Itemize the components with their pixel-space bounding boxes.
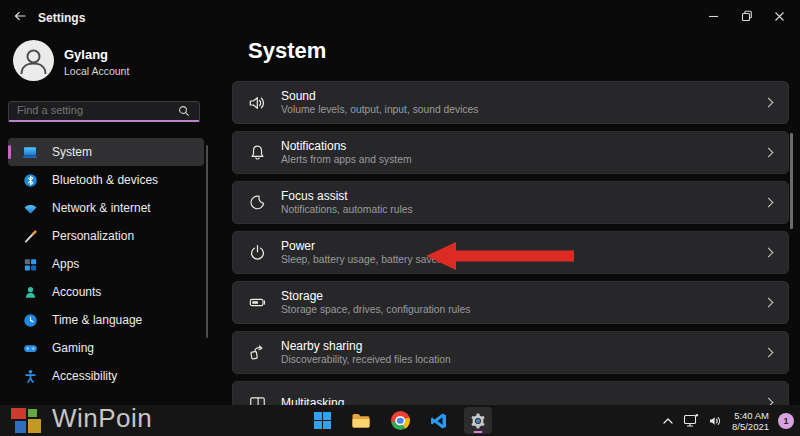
vscode-button[interactable] (425, 407, 453, 434)
minimize-icon (708, 11, 719, 22)
back-button[interactable] (10, 7, 30, 25)
chrome-icon (391, 411, 410, 430)
vscode-icon (430, 412, 448, 430)
red-arrow-annotation (424, 241, 576, 271)
system-icon (22, 144, 38, 160)
card-title: Sound (281, 89, 765, 103)
back-arrow-icon (12, 8, 28, 24)
close-icon (774, 11, 785, 22)
sidebar-item-accessibility[interactable]: Accessibility (8, 362, 204, 390)
settings-window: Settings Gylang Local Account (0, 0, 800, 436)
sidebar-item-time-language[interactable]: Time & language (8, 306, 204, 334)
sidebar-item-label: Time & language (52, 313, 142, 327)
tray-date: 8/5/2021 (732, 421, 769, 432)
window-title: Settings (38, 11, 85, 25)
sidebar-item-network-internet[interactable]: Network & internet (8, 194, 204, 222)
chevron-right-icon (764, 198, 774, 208)
sidebar-item-gaming[interactable]: Gaming (8, 334, 204, 362)
settings-gear-icon (469, 412, 487, 430)
chevron-right-icon (764, 298, 774, 308)
time-language-icon (22, 312, 38, 328)
apps-icon (22, 256, 38, 272)
sound-icon (247, 93, 267, 113)
notification-badge[interactable]: 1 (778, 413, 794, 429)
restore-button[interactable] (730, 0, 763, 32)
sidebar-item-accounts[interactable]: Accounts (8, 278, 204, 306)
titlebar: Settings (0, 0, 800, 32)
chevron-right-icon (764, 348, 774, 358)
search-icon[interactable] (176, 104, 192, 118)
windows-logo-icon (313, 411, 332, 430)
start-button[interactable] (308, 407, 336, 434)
power-icon (247, 243, 267, 263)
sidebar-item-personalization[interactable]: Personalization (8, 222, 204, 250)
search-input[interactable] (9, 104, 176, 118)
folder-icon (351, 412, 371, 430)
sidebar-item-label: Accounts (52, 285, 101, 299)
nearby-sharing-icon (247, 343, 267, 363)
sidebar-nav: System Bluetooth & devices Network & int… (8, 138, 204, 390)
sidebar-item-label: Personalization (52, 229, 134, 243)
card-title: Nearby sharing (281, 339, 765, 353)
card-sound[interactable]: SoundVolume levels, output, input, sound… (232, 81, 789, 124)
card-notifications[interactable]: NotificationsAlerts from apps and system (232, 131, 789, 174)
watermark: WinPoin (11, 403, 152, 436)
search-box[interactable] (8, 101, 200, 122)
restore-icon (741, 10, 753, 22)
bluetooth-icon (22, 172, 38, 188)
card-desc: Storage space, drives, configuration rul… (281, 303, 765, 316)
accounts-icon (22, 284, 38, 300)
chevron-right-icon (764, 248, 774, 258)
winpoin-logo-icon (11, 405, 47, 435)
sidebar-item-label: Gaming (52, 341, 94, 355)
watermark-text: WinPoin (52, 403, 152, 434)
card-desc: Volume levels, output, input, sound devi… (281, 103, 765, 116)
card-desc: Discoverability, received files location (281, 353, 765, 366)
minimize-button[interactable] (697, 0, 730, 32)
account-type: Local Account (64, 65, 129, 77)
sidebar-item-apps[interactable]: Apps (8, 250, 204, 278)
card-desc: Notifications, automatic rules (281, 203, 765, 216)
card-storage[interactable]: StorageStorage space, drives, configurat… (232, 281, 789, 324)
focus-assist-icon (247, 193, 267, 213)
network-icon (22, 200, 38, 216)
card-focus-assist[interactable]: Focus assistNotifications, automatic rul… (232, 181, 789, 224)
sidebar-item-label: Apps (52, 257, 79, 271)
account-name: Gylang (64, 47, 108, 62)
card-desc: Alerts from apps and system (281, 153, 765, 166)
storage-icon (247, 293, 267, 313)
page-title: System (248, 38, 326, 64)
avatar[interactable] (13, 40, 54, 81)
accessibility-icon (22, 368, 38, 384)
file-explorer-button[interactable] (347, 407, 375, 434)
sidebar-item-system[interactable]: System (8, 138, 204, 166)
sidebar-item-bluetooth-devices[interactable]: Bluetooth & devices (8, 166, 204, 194)
card-title: Storage (281, 289, 765, 303)
network-tray-icon[interactable] (683, 413, 699, 428)
selected-indicator (8, 145, 11, 159)
sidebar-scrollbar[interactable] (206, 145, 208, 338)
close-button[interactable] (763, 0, 796, 32)
tray-chevron-up-icon[interactable] (662, 416, 674, 426)
personalization-icon (22, 228, 38, 244)
volume-tray-icon[interactable] (708, 414, 723, 428)
card-title: Focus assist (281, 189, 765, 203)
chevron-right-icon (764, 98, 774, 108)
sidebar-item-label: Accessibility (52, 369, 117, 383)
person-icon (13, 40, 54, 81)
chevron-right-icon (764, 148, 774, 158)
clock[interactable]: 5:40 AM 8/5/2021 (732, 410, 769, 432)
chrome-button[interactable] (386, 407, 414, 434)
settings-app-button[interactable] (464, 407, 492, 434)
notifications-icon (247, 143, 267, 163)
sidebar-item-label: Bluetooth & devices (52, 173, 158, 187)
gaming-icon (22, 340, 38, 356)
sidebar-item-label: Network & internet (52, 201, 151, 215)
tray-time: 5:40 AM (732, 410, 769, 421)
sidebar-item-label: System (52, 145, 92, 159)
main-scrollbar[interactable] (790, 133, 793, 229)
card-title: Notifications (281, 139, 765, 153)
card-nearby-sharing[interactable]: Nearby sharingDiscoverability, received … (232, 331, 789, 374)
